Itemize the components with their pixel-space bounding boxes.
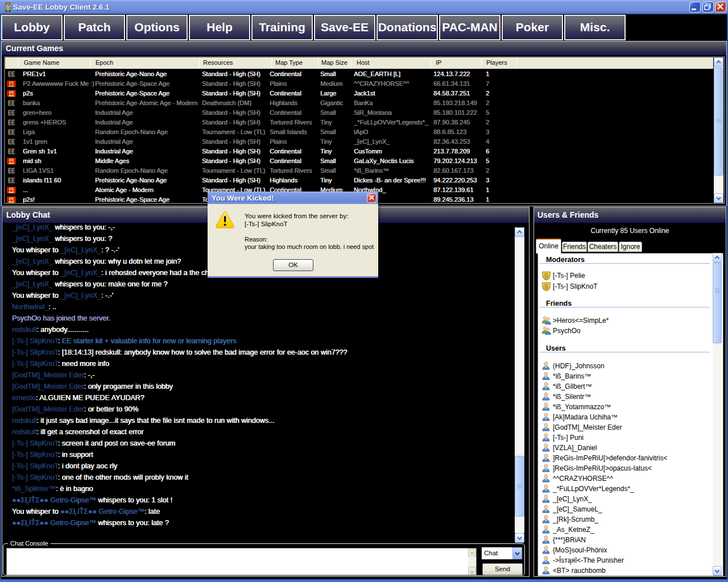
svg-text:EE: EE [9, 158, 14, 162]
svg-text:AoC: AoC [9, 85, 14, 88]
svg-text:EE: EE [9, 187, 14, 191]
svg-text:AoC: AoC [9, 162, 14, 165]
svg-text:EE: EE [9, 81, 14, 85]
svg-text:AoC: AoC [9, 201, 14, 203]
svg-text:EE: EE [9, 90, 14, 94]
svg-text:AoC: AoC [9, 191, 14, 194]
svg-text:EE: EE [9, 197, 14, 201]
svg-text:AoC: AoC [9, 94, 14, 97]
